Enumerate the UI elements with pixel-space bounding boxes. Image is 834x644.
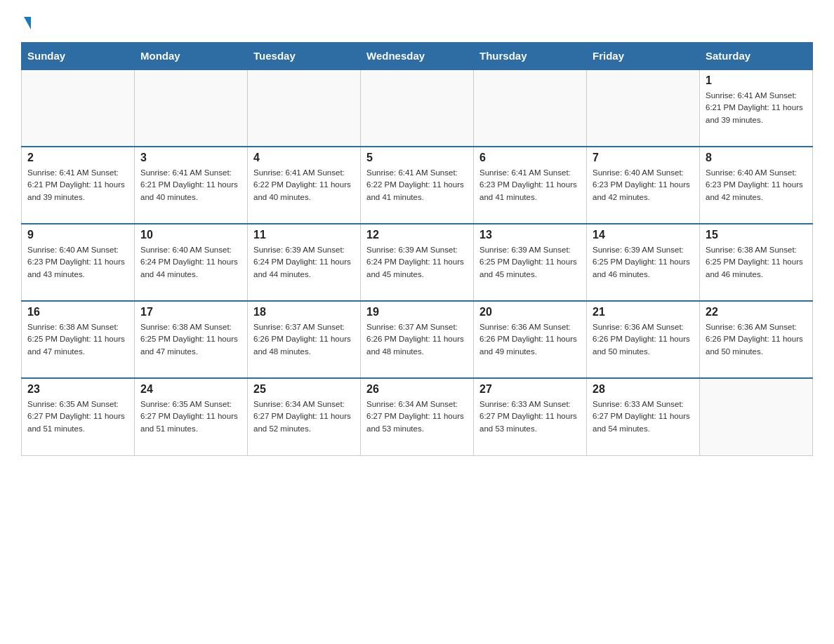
day-info: Sunrise: 6:41 AM Sunset: 6:22 PM Dayligh…: [366, 167, 468, 203]
calendar-day-cell: [361, 69, 474, 147]
calendar-day-cell: 11Sunrise: 6:39 AM Sunset: 6:24 PM Dayli…: [248, 224, 361, 301]
day-info: Sunrise: 6:40 AM Sunset: 6:23 PM Dayligh…: [593, 167, 694, 203]
calendar-day-cell: 16Sunrise: 6:38 AM Sunset: 6:25 PM Dayli…: [22, 301, 135, 378]
day-number: 2: [27, 152, 128, 164]
calendar-day-cell: 22Sunrise: 6:36 AM Sunset: 6:26 PM Dayli…: [700, 301, 813, 378]
day-info: Sunrise: 6:39 AM Sunset: 6:25 PM Dayligh…: [479, 244, 581, 281]
day-info: Sunrise: 6:34 AM Sunset: 6:27 PM Dayligh…: [366, 398, 468, 435]
day-info: Sunrise: 6:35 AM Sunset: 6:27 PM Dayligh…: [27, 398, 128, 435]
calendar-week-row: 2Sunrise: 6:41 AM Sunset: 6:21 PM Daylig…: [22, 147, 813, 224]
calendar-week-row: 1Sunrise: 6:41 AM Sunset: 6:21 PM Daylig…: [22, 69, 813, 147]
day-number: 28: [593, 383, 694, 396]
calendar-day-cell: 2Sunrise: 6:41 AM Sunset: 6:21 PM Daylig…: [22, 147, 135, 224]
day-info: Sunrise: 6:38 AM Sunset: 6:25 PM Dayligh…: [706, 244, 807, 281]
day-number: 16: [27, 306, 128, 318]
calendar-week-row: 16Sunrise: 6:38 AM Sunset: 6:25 PM Dayli…: [22, 301, 813, 378]
calendar-day-cell: 17Sunrise: 6:38 AM Sunset: 6:25 PM Dayli…: [135, 301, 248, 378]
day-number: 5: [366, 152, 468, 164]
day-of-week-header: Tuesday: [248, 43, 361, 70]
day-info: Sunrise: 6:41 AM Sunset: 6:23 PM Dayligh…: [479, 167, 581, 203]
day-of-week-header: Saturday: [700, 43, 813, 70]
day-info: Sunrise: 6:39 AM Sunset: 6:25 PM Dayligh…: [593, 244, 694, 281]
day-number: 9: [27, 229, 128, 241]
day-of-week-header: Thursday: [474, 43, 587, 70]
calendar-day-cell: 26Sunrise: 6:34 AM Sunset: 6:27 PM Dayli…: [361, 378, 474, 455]
calendar-day-cell: [587, 69, 700, 147]
day-of-week-header: Sunday: [22, 43, 135, 70]
calendar-table: SundayMondayTuesdayWednesdayThursdayFrid…: [21, 42, 813, 456]
calendar-day-cell: 7Sunrise: 6:40 AM Sunset: 6:23 PM Daylig…: [587, 147, 700, 224]
day-number: 20: [479, 306, 581, 318]
day-info: Sunrise: 6:40 AM Sunset: 6:23 PM Dayligh…: [706, 167, 807, 203]
calendar-day-cell: 5Sunrise: 6:41 AM Sunset: 6:22 PM Daylig…: [361, 147, 474, 224]
day-number: 3: [140, 152, 241, 164]
day-number: 23: [27, 383, 128, 396]
day-of-week-header: Monday: [135, 43, 248, 70]
day-number: 12: [366, 229, 468, 241]
day-info: Sunrise: 6:39 AM Sunset: 6:24 PM Dayligh…: [253, 244, 355, 281]
day-number: 15: [706, 229, 807, 241]
calendar-day-cell: 13Sunrise: 6:39 AM Sunset: 6:25 PM Dayli…: [474, 224, 587, 301]
day-number: 11: [253, 229, 355, 241]
day-number: 7: [593, 152, 694, 164]
calendar-day-cell: 23Sunrise: 6:35 AM Sunset: 6:27 PM Dayli…: [22, 378, 135, 455]
day-number: 21: [593, 306, 694, 318]
day-info: Sunrise: 6:36 AM Sunset: 6:26 PM Dayligh…: [706, 321, 807, 358]
calendar-day-cell: 4Sunrise: 6:41 AM Sunset: 6:22 PM Daylig…: [248, 147, 361, 224]
calendar-week-row: 9Sunrise: 6:40 AM Sunset: 6:23 PM Daylig…: [22, 224, 813, 301]
day-number: 25: [253, 383, 355, 396]
calendar-day-cell: 20Sunrise: 6:36 AM Sunset: 6:26 PM Dayli…: [474, 301, 587, 378]
calendar-day-cell: 9Sunrise: 6:40 AM Sunset: 6:23 PM Daylig…: [22, 224, 135, 301]
day-info: Sunrise: 6:40 AM Sunset: 6:23 PM Dayligh…: [27, 244, 128, 281]
day-number: 27: [479, 383, 581, 396]
calendar-day-cell: 10Sunrise: 6:40 AM Sunset: 6:24 PM Dayli…: [135, 224, 248, 301]
day-number: 6: [479, 152, 581, 164]
calendar-day-cell: 3Sunrise: 6:41 AM Sunset: 6:21 PM Daylig…: [135, 147, 248, 224]
logo-arrow-icon: [24, 17, 31, 29]
calendar-day-cell: 25Sunrise: 6:34 AM Sunset: 6:27 PM Dayli…: [248, 378, 361, 455]
day-number: 4: [253, 152, 355, 164]
calendar-day-cell: [474, 69, 587, 147]
day-info: Sunrise: 6:35 AM Sunset: 6:27 PM Dayligh…: [140, 398, 241, 435]
calendar-day-cell: [22, 69, 135, 147]
day-info: Sunrise: 6:38 AM Sunset: 6:25 PM Dayligh…: [140, 321, 241, 358]
day-number: 14: [593, 229, 694, 241]
calendar-day-cell: [135, 69, 248, 147]
calendar-day-cell: 27Sunrise: 6:33 AM Sunset: 6:27 PM Dayli…: [474, 378, 587, 455]
day-info: Sunrise: 6:37 AM Sunset: 6:26 PM Dayligh…: [366, 321, 468, 358]
day-info: Sunrise: 6:41 AM Sunset: 6:21 PM Dayligh…: [27, 167, 128, 203]
day-info: Sunrise: 6:40 AM Sunset: 6:24 PM Dayligh…: [140, 244, 241, 281]
calendar-day-cell: 6Sunrise: 6:41 AM Sunset: 6:23 PM Daylig…: [474, 147, 587, 224]
calendar-day-cell: 28Sunrise: 6:33 AM Sunset: 6:27 PM Dayli…: [587, 378, 700, 455]
calendar-day-cell: 12Sunrise: 6:39 AM Sunset: 6:24 PM Dayli…: [361, 224, 474, 301]
calendar-day-cell: 19Sunrise: 6:37 AM Sunset: 6:26 PM Dayli…: [361, 301, 474, 378]
day-info: Sunrise: 6:41 AM Sunset: 6:21 PM Dayligh…: [140, 167, 241, 203]
day-info: Sunrise: 6:41 AM Sunset: 6:22 PM Dayligh…: [253, 167, 355, 203]
calendar-day-cell: 8Sunrise: 6:40 AM Sunset: 6:23 PM Daylig…: [700, 147, 813, 224]
day-number: 18: [253, 306, 355, 318]
day-info: Sunrise: 6:41 AM Sunset: 6:21 PM Dayligh…: [706, 90, 807, 126]
day-number: 22: [706, 306, 807, 318]
day-number: 10: [140, 229, 241, 241]
day-number: 17: [140, 306, 241, 318]
day-of-week-header: Friday: [587, 43, 700, 70]
day-number: 24: [140, 383, 241, 396]
page-header: [21, 14, 813, 28]
day-number: 1: [706, 74, 807, 87]
calendar-day-cell: 1Sunrise: 6:41 AM Sunset: 6:21 PM Daylig…: [700, 69, 813, 147]
day-info: Sunrise: 6:39 AM Sunset: 6:24 PM Dayligh…: [366, 244, 468, 281]
calendar-day-cell: 18Sunrise: 6:37 AM Sunset: 6:26 PM Dayli…: [248, 301, 361, 378]
calendar-day-cell: 15Sunrise: 6:38 AM Sunset: 6:25 PM Dayli…: [700, 224, 813, 301]
day-number: 19: [366, 306, 468, 318]
calendar-day-cell: [248, 69, 361, 147]
day-info: Sunrise: 6:36 AM Sunset: 6:26 PM Dayligh…: [479, 321, 581, 358]
day-number: 8: [706, 152, 807, 164]
day-number: 13: [479, 229, 581, 241]
logo: [21, 14, 31, 28]
day-of-week-header: Wednesday: [361, 43, 474, 70]
calendar-day-cell: 21Sunrise: 6:36 AM Sunset: 6:26 PM Dayli…: [587, 301, 700, 378]
calendar-day-cell: 14Sunrise: 6:39 AM Sunset: 6:25 PM Dayli…: [587, 224, 700, 301]
calendar-day-cell: [700, 378, 813, 455]
day-info: Sunrise: 6:33 AM Sunset: 6:27 PM Dayligh…: [479, 398, 581, 435]
day-info: Sunrise: 6:34 AM Sunset: 6:27 PM Dayligh…: [253, 398, 355, 435]
